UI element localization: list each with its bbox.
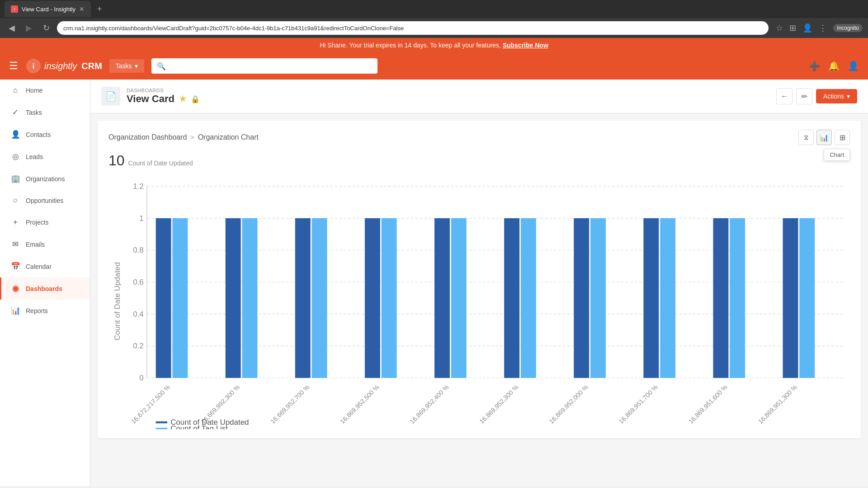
sidebar-item-leads[interactable]: ◎ Leads xyxy=(0,145,90,168)
svg-rect-32 xyxy=(643,218,659,378)
svg-rect-26 xyxy=(434,218,450,378)
svg-text:i: i xyxy=(33,62,34,70)
svg-rect-37 xyxy=(799,218,815,378)
tasks-icon: ✓ xyxy=(10,108,20,117)
actions-button[interactable]: Actions ▾ xyxy=(816,89,857,103)
user-avatar-icon[interactable]: 👤 xyxy=(848,61,859,71)
lock-icon: 🔒 xyxy=(191,95,200,103)
back-button[interactable]: ← xyxy=(776,88,793,104)
sidebar-item-organizations[interactable]: 🏢 Organizations xyxy=(0,168,90,190)
notification-icon[interactable]: 🔔 xyxy=(828,61,840,71)
chart-view-button[interactable]: 📊 xyxy=(816,130,832,145)
search-input[interactable] xyxy=(170,62,372,70)
menu-icon[interactable]: ⋮ xyxy=(819,23,827,33)
svg-rect-25 xyxy=(382,218,397,378)
leads-icon: ◎ xyxy=(10,152,20,161)
tasks-label: Tasks xyxy=(116,62,132,70)
browser-tab[interactable]: i View Card - Insightly ✕ xyxy=(5,1,91,17)
nav-refresh-button[interactable]: ↻ xyxy=(40,23,52,33)
svg-rect-20 xyxy=(226,218,241,378)
sidebar-item-label: Organizations xyxy=(26,175,65,183)
card-header: 📄 DASHBOARDS View Card ★ 🔒 ← ✏ Actions ▾ xyxy=(90,80,868,113)
sidebar-item-projects[interactable]: + Projects xyxy=(0,211,90,233)
svg-text:16,672,217,500 %: 16,672,217,500 % xyxy=(130,383,172,425)
sidebar-item-emails[interactable]: ✉ Emails xyxy=(0,233,90,255)
sidebar-item-label: Calendar xyxy=(26,263,52,270)
hamburger-menu-icon[interactable]: ☰ xyxy=(9,60,18,72)
svg-rect-36 xyxy=(783,218,798,378)
svg-rect-21 xyxy=(242,218,257,378)
nav-back-button[interactable]: ◀ xyxy=(5,23,18,33)
card-title-text: View Card xyxy=(127,93,175,105)
table-view-button[interactable]: ⊞ xyxy=(835,130,850,145)
svg-rect-33 xyxy=(660,218,675,378)
new-tab-button[interactable]: + xyxy=(94,5,105,14)
sidebar-item-tasks[interactable]: ✓ Tasks xyxy=(0,101,90,123)
emails-icon: ✉ xyxy=(10,239,20,249)
incognito-label: Incognito xyxy=(833,24,863,32)
svg-rect-18 xyxy=(156,218,171,378)
svg-text:0.6: 0.6 xyxy=(133,278,144,286)
chart-tooltip: Chart xyxy=(824,149,850,161)
logo-text: insightly xyxy=(44,61,77,71)
svg-text:1.2: 1.2 xyxy=(133,182,144,191)
svg-rect-22 xyxy=(295,218,311,378)
bookmark-icon[interactable]: ☆ xyxy=(776,23,783,33)
extensions-icon[interactable]: ⊞ xyxy=(789,23,796,33)
tasks-button[interactable]: Tasks ▾ xyxy=(109,59,144,73)
chart-nav-from[interactable]: Organization Dashboard xyxy=(108,133,187,141)
sidebar-item-label: Projects xyxy=(26,219,49,226)
app-layout: ⌂ Home ✓ Tasks 👤 Contacts ◎ Leads 🏢 Orga… xyxy=(0,80,868,486)
svg-rect-23 xyxy=(312,218,327,378)
svg-text:0.4: 0.4 xyxy=(133,310,144,319)
sidebar-item-label: Emails xyxy=(26,241,45,248)
address-url: crm.na1.insightly.com/dashboards/ViewCar… xyxy=(63,25,404,32)
sidebar-item-reports[interactable]: 📊 Reports xyxy=(0,300,90,322)
bar-chart-svg: Count of Date Updated 0 0.2 0.4 xyxy=(108,174,850,429)
address-bar[interactable]: crm.na1.insightly.com/dashboards/ViewCar… xyxy=(57,21,769,35)
home-icon: ⌂ xyxy=(10,86,20,95)
sidebar-item-dashboards[interactable]: ◉ Dashboards xyxy=(0,277,90,300)
add-icon[interactable]: ➕ xyxy=(809,61,820,71)
star-icon[interactable]: ★ xyxy=(179,94,186,104)
sidebar-item-contacts[interactable]: 👤 Contacts xyxy=(0,123,90,145)
tab-close-icon[interactable]: ✕ xyxy=(79,5,85,13)
sidebar-item-home[interactable]: ⌂ Home xyxy=(0,80,90,101)
user-profile-icon[interactable]: 👤 xyxy=(802,23,812,33)
logo-icon: i xyxy=(25,58,42,74)
sidebar-item-label: Opportunities xyxy=(26,197,63,204)
sidebar-item-label: Tasks xyxy=(26,109,42,116)
subscribe-link[interactable]: Subscribe Now xyxy=(503,42,548,49)
sidebar-item-label: Reports xyxy=(26,307,48,314)
svg-rect-27 xyxy=(451,218,467,378)
card-breadcrumb-label: DASHBOARDS xyxy=(127,88,200,93)
svg-text:0.8: 0.8 xyxy=(133,246,144,254)
search-bar[interactable]: 🔍 xyxy=(151,58,377,74)
sidebar-item-opportunities[interactable]: ○ Opportunities xyxy=(0,190,90,211)
card-actions-area: ← ✏ Actions ▾ xyxy=(776,88,857,104)
svg-rect-34 xyxy=(713,218,728,378)
svg-text:0.2: 0.2 xyxy=(133,342,144,350)
svg-text:16,869,952,300 %: 16,869,952,300 % xyxy=(478,383,520,425)
crm-label: CRM xyxy=(81,61,102,71)
svg-text:16,669,952,700 %: 16,669,952,700 % xyxy=(269,383,311,425)
edit-button[interactable]: ✏ xyxy=(796,88,812,104)
svg-text:16,869,951,300 %: 16,869,951,300 % xyxy=(757,383,799,425)
svg-rect-24 xyxy=(365,218,380,378)
sidebar-item-label: Dashboards xyxy=(26,285,62,292)
svg-rect-31 xyxy=(590,218,606,378)
svg-rect-30 xyxy=(574,218,589,378)
svg-text:Count of Date Updated: Count of Date Updated xyxy=(113,262,122,340)
nav-forward-button[interactable]: ▶ xyxy=(23,23,35,33)
sidebar-item-label: Contacts xyxy=(26,131,51,138)
tasks-arrow-icon: ▾ xyxy=(135,62,138,70)
tooltip-text: Chart xyxy=(830,151,844,158)
sidebar-item-calendar[interactable]: 📅 Calendar xyxy=(0,255,90,277)
filter-button[interactable]: ⧖ xyxy=(798,130,814,145)
card-title-section: DASHBOARDS View Card ★ 🔒 xyxy=(127,88,200,105)
tab-title: View Card - Insightly xyxy=(22,6,75,13)
svg-rect-48 xyxy=(156,422,167,423)
sidebar-item-label: Home xyxy=(26,87,42,94)
chart-nav-separator: > xyxy=(190,134,194,141)
svg-text:16,869,951,700 %: 16,869,951,700 % xyxy=(618,383,660,425)
